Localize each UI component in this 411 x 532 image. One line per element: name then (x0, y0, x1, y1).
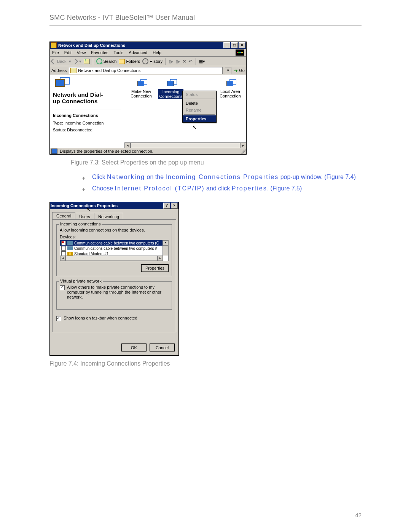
windows-brand-icon (236, 50, 244, 56)
history-button[interactable]: History (142, 58, 162, 64)
menu-help[interactable]: Help (153, 50, 161, 55)
back-button[interactable]: Back ▾ (51, 59, 71, 64)
figure-7-4-caption: Figure 7.4: Incoming Connections Propert… (49, 360, 362, 367)
checkbox[interactable] (61, 246, 66, 251)
menu-advanced[interactable]: Advanced (129, 50, 147, 55)
scroll-left-icon[interactable]: ◂ (124, 143, 131, 148)
network-folder-icon (51, 42, 57, 48)
vpn-checkbox[interactable] (60, 285, 65, 290)
folders-button[interactable]: Folders (119, 59, 140, 64)
conn-lan[interactable]: Local AreaConnection (215, 79, 245, 98)
scroll-right-icon[interactable]: ▸ (240, 143, 246, 148)
vpn-group: Virtual private network Allow others to … (56, 281, 172, 310)
menu-favorites[interactable]: Favorites (91, 50, 108, 55)
menu-view[interactable]: View (77, 50, 86, 55)
bullet-icon: ♦ (82, 174, 92, 182)
maximize-button[interactable]: □ (231, 42, 238, 48)
forward-button[interactable]: ▾ (73, 59, 81, 64)
ctx-status[interactable]: Status (183, 91, 216, 98)
minimize-button[interactable]: _ (223, 42, 230, 48)
move-to-icon[interactable]: ▯▸ (169, 59, 174, 64)
go-icon: ➔ (234, 68, 238, 73)
menu-edit[interactable]: Edit (64, 50, 72, 55)
views-icon[interactable]: ▦▾ (199, 59, 205, 64)
page-header: SMC Networks - IVT BlueSoleil™ User Manu… (49, 14, 362, 22)
device-properties-button[interactable]: Properties (141, 264, 169, 272)
go-button[interactable]: ➔Go (234, 68, 245, 73)
properties-dialog: Incoming Connections Properties ? × Gene… (49, 202, 179, 356)
folders-icon (119, 59, 125, 64)
resize-grip-icon[interactable] (241, 149, 245, 153)
address-label: Address (51, 68, 67, 73)
cursor-icon: ↖ (86, 206, 91, 212)
group-legend-incoming: Incoming connections (59, 222, 102, 226)
tab-strip: General Users Networking ↖ (52, 212, 176, 219)
instruction-list: ♦ Click Networking on the Incoming Conne… (82, 173, 362, 193)
copy-to-icon[interactable]: ▯▸ (176, 59, 180, 64)
bullet-2: ♦ Choose Internet Protocol (TCP/IP) and … (82, 184, 362, 193)
explorer-titlebar: Network and Dial-up Connections _ □ × (50, 42, 246, 49)
address-dropdown[interactable]: ▼ (225, 67, 231, 74)
menu-file[interactable]: File (52, 50, 59, 55)
devices-label: Devices: (60, 235, 169, 239)
dialog-title: Incoming Connections Properties (51, 203, 118, 208)
incoming-instructions: Allow incoming connections on these devi… (60, 228, 169, 232)
show-icons-checkbox[interactable] (56, 316, 61, 321)
selection-type: Type: Incoming Connection (53, 121, 121, 125)
search-button[interactable]: Search (96, 58, 117, 64)
modem-icon (67, 252, 73, 256)
devices-listbox[interactable]: Communications cable between two compute… (60, 240, 169, 261)
figure-7-3-caption: Figure 7.3: Select Properties on the pop… (71, 159, 362, 166)
status-icon (51, 149, 57, 154)
dialog-titlebar: Incoming Connections Properties ? × (50, 202, 178, 209)
address-field[interactable]: Network and Dial-up Connections (69, 67, 223, 74)
info-pane: Network and Dial-up Connections Incoming… (50, 75, 124, 148)
history-icon (142, 58, 148, 64)
vertical-scrollbar[interactable]: ▴ (162, 240, 168, 256)
ok-button[interactable]: OK (121, 343, 147, 351)
device-row[interactable]: Communications cable between two compute… (60, 240, 168, 246)
status-text: Displays the properties of the selected … (60, 149, 153, 153)
ctx-rename[interactable]: Rename (183, 107, 216, 113)
conn-make-new[interactable]: Make NewConnection (126, 79, 156, 98)
bullet-1: ♦ Click Networking on the Incoming Conne… (82, 173, 362, 182)
tab-networking[interactable]: Networking (94, 213, 123, 220)
help-button[interactable]: ? (163, 203, 170, 209)
dialog-close-button[interactable]: × (171, 203, 178, 209)
close-button[interactable]: × (239, 42, 245, 48)
cable-icon (67, 241, 73, 245)
network-folder-icon (70, 68, 76, 73)
network-connections-icon (53, 78, 67, 89)
cancel-button[interactable]: Cancel (150, 343, 175, 351)
horizontal-scrollbar[interactable]: ◂▸ (60, 256, 163, 261)
header-rule (49, 26, 362, 26)
bullet-icon: ♦ (82, 185, 92, 193)
group-legend-vpn: Virtual private network (59, 279, 103, 283)
ctx-delete[interactable]: Delete (183, 100, 216, 107)
delete-icon[interactable]: ✕ (183, 59, 186, 64)
context-menu: Status Delete Rename Properties (182, 91, 217, 123)
selection-status: Status: Disconnected (53, 128, 121, 132)
device-row[interactable]: Communications cable between two compute… (60, 246, 168, 251)
horizontal-scrollbar[interactable]: ◂ ▸ (124, 142, 246, 148)
undo-icon[interactable]: ↶ (188, 59, 193, 64)
incoming-connections-group: Incoming connections Allow incoming conn… (56, 224, 172, 276)
ctx-properties[interactable]: Properties (183, 115, 216, 122)
window-title: Network and Dial-up Connections (58, 43, 125, 48)
icon-pane: Make NewConnection IncomingConnections L… (124, 75, 246, 148)
selection-name: Incoming Connections (53, 113, 121, 118)
up-button[interactable] (84, 59, 90, 64)
search-icon (96, 58, 102, 64)
conn-incoming[interactable]: IncomingConnections (156, 79, 186, 99)
toolbar: Back ▾ ▾ Search Folders History ▯▸ ▯▸ ✕ … (50, 57, 246, 66)
menu-tools[interactable]: Tools (114, 50, 124, 55)
checkbox[interactable] (61, 241, 66, 245)
cable-icon (67, 246, 73, 250)
address-bar: Address Network and Dial-up Connections … (50, 66, 246, 75)
tab-general[interactable]: General (52, 212, 75, 219)
vpn-label: Allow others to make private connections… (67, 285, 169, 300)
show-icons-label: Show icons on taskbar when connected (64, 316, 137, 321)
page-number: 42 (355, 512, 362, 518)
cursor-icon: ↖ (192, 124, 197, 130)
tab-users[interactable]: Users (75, 213, 94, 220)
